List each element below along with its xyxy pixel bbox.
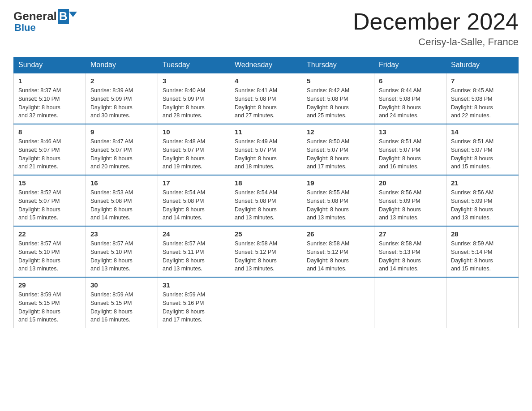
calendar-cell: 22 Sunrise: 8:57 AMSunset: 5:10 PMDaylig… <box>14 226 86 277</box>
day-info: Sunrise: 8:47 AMSunset: 5:07 PMDaylight:… <box>90 137 153 171</box>
calendar-cell: 1 Sunrise: 8:37 AMSunset: 5:10 PMDayligh… <box>14 73 86 124</box>
calendar-cell: 6 Sunrise: 8:44 AMSunset: 5:08 PMDayligh… <box>374 73 446 124</box>
title-section: December 2024 Cerisy-la-Salle, France <box>353 9 519 48</box>
col-wednesday: Wednesday <box>230 57 302 73</box>
day-info: Sunrise: 8:56 AMSunset: 5:09 PMDaylight:… <box>451 188 514 222</box>
calendar-cell: 14 Sunrise: 8:51 AMSunset: 5:07 PMDaylig… <box>446 124 519 175</box>
day-number: 8 <box>18 128 81 136</box>
day-info: Sunrise: 8:42 AMSunset: 5:08 PMDaylight:… <box>307 86 369 120</box>
day-number: 13 <box>379 128 442 136</box>
calendar-cell: 2 Sunrise: 8:39 AMSunset: 5:09 PMDayligh… <box>86 73 158 124</box>
day-info: Sunrise: 8:40 AMSunset: 5:09 PMDaylight:… <box>163 86 225 120</box>
calendar-cell: 25 Sunrise: 8:58 AMSunset: 5:12 PMDaylig… <box>230 226 302 277</box>
page-header: GeneralB Blue December 2024 Cerisy-la-Sa… <box>13 9 519 48</box>
day-info: Sunrise: 8:53 AMSunset: 5:08 PMDaylight:… <box>90 188 153 222</box>
calendar-cell: 21 Sunrise: 8:56 AMSunset: 5:09 PMDaylig… <box>446 175 519 226</box>
day-number: 19 <box>307 179 369 187</box>
day-info: Sunrise: 8:59 AMSunset: 5:15 PMDaylight:… <box>90 291 153 324</box>
day-number: 24 <box>163 230 225 238</box>
calendar-header-row: Sunday Monday Tuesday Wednesday Thursday… <box>14 57 519 73</box>
day-info: Sunrise: 8:54 AMSunset: 5:08 PMDaylight:… <box>163 188 225 222</box>
calendar-cell <box>446 277 519 328</box>
calendar-cell: 7 Sunrise: 8:45 AMSunset: 5:08 PMDayligh… <box>446 73 519 124</box>
calendar-cell: 23 Sunrise: 8:57 AMSunset: 5:10 PMDaylig… <box>86 226 158 277</box>
day-number: 4 <box>235 77 297 85</box>
day-info: Sunrise: 8:48 AMSunset: 5:07 PMDaylight:… <box>163 137 225 171</box>
logo-blue-box: B <box>58 9 77 24</box>
calendar-cell: 26 Sunrise: 8:58 AMSunset: 5:12 PMDaylig… <box>302 226 374 277</box>
day-number: 1 <box>18 77 81 85</box>
calendar-week-row: 22 Sunrise: 8:57 AMSunset: 5:10 PMDaylig… <box>14 226 519 277</box>
day-number: 9 <box>90 128 153 136</box>
logo-general-text: General <box>13 9 57 23</box>
calendar-cell: 17 Sunrise: 8:54 AMSunset: 5:08 PMDaylig… <box>158 175 230 226</box>
day-info: Sunrise: 8:54 AMSunset: 5:08 PMDaylight:… <box>235 188 297 222</box>
day-info: Sunrise: 8:59 AMSunset: 5:16 PMDaylight:… <box>163 291 225 324</box>
day-number: 10 <box>163 128 225 136</box>
calendar-cell: 9 Sunrise: 8:47 AMSunset: 5:07 PMDayligh… <box>86 124 158 175</box>
day-info: Sunrise: 8:44 AMSunset: 5:08 PMDaylight:… <box>379 86 442 120</box>
day-info: Sunrise: 8:52 AMSunset: 5:07 PMDaylight:… <box>18 188 81 222</box>
day-info: Sunrise: 8:46 AMSunset: 5:07 PMDaylight:… <box>18 137 81 171</box>
col-sunday: Sunday <box>14 57 86 73</box>
month-title: December 2024 <box>353 9 519 34</box>
day-info: Sunrise: 8:58 AMSunset: 5:12 PMDaylight:… <box>235 240 297 273</box>
day-number: 15 <box>18 179 81 187</box>
calendar-cell: 11 Sunrise: 8:49 AMSunset: 5:07 PMDaylig… <box>230 124 302 175</box>
day-number: 26 <box>307 230 369 238</box>
day-info: Sunrise: 8:51 AMSunset: 5:07 PMDaylight:… <box>379 137 442 171</box>
logo-subtitle: Blue <box>14 22 36 34</box>
day-info: Sunrise: 8:39 AMSunset: 5:09 PMDaylight:… <box>90 86 153 120</box>
day-number: 17 <box>163 179 225 187</box>
calendar-cell: 19 Sunrise: 8:55 AMSunset: 5:08 PMDaylig… <box>302 175 374 226</box>
calendar-cell: 8 Sunrise: 8:46 AMSunset: 5:07 PMDayligh… <box>14 124 86 175</box>
calendar-cell: 5 Sunrise: 8:42 AMSunset: 5:08 PMDayligh… <box>302 73 374 124</box>
calendar-cell <box>302 277 374 328</box>
day-number: 2 <box>90 77 153 85</box>
calendar-week-row: 8 Sunrise: 8:46 AMSunset: 5:07 PMDayligh… <box>14 124 519 175</box>
col-friday: Friday <box>374 57 446 73</box>
calendar-week-row: 29 Sunrise: 8:59 AMSunset: 5:15 PMDaylig… <box>14 277 519 328</box>
day-info: Sunrise: 8:51 AMSunset: 5:07 PMDaylight:… <box>451 137 514 171</box>
day-number: 23 <box>90 230 153 238</box>
calendar-cell: 16 Sunrise: 8:53 AMSunset: 5:08 PMDaylig… <box>86 175 158 226</box>
col-tuesday: Tuesday <box>158 57 230 73</box>
day-number: 27 <box>379 230 442 238</box>
day-info: Sunrise: 8:58 AMSunset: 5:13 PMDaylight:… <box>379 240 442 273</box>
day-info: Sunrise: 8:57 AMSunset: 5:10 PMDaylight:… <box>90 240 153 273</box>
calendar-cell <box>230 277 302 328</box>
calendar-cell: 18 Sunrise: 8:54 AMSunset: 5:08 PMDaylig… <box>230 175 302 226</box>
day-number: 22 <box>18 230 81 238</box>
calendar-cell: 15 Sunrise: 8:52 AMSunset: 5:07 PMDaylig… <box>14 175 86 226</box>
day-number: 14 <box>451 128 514 136</box>
calendar-cell: 4 Sunrise: 8:41 AMSunset: 5:08 PMDayligh… <box>230 73 302 124</box>
day-number: 18 <box>235 179 297 187</box>
day-number: 20 <box>379 179 442 187</box>
calendar-cell: 27 Sunrise: 8:58 AMSunset: 5:13 PMDaylig… <box>374 226 446 277</box>
calendar-week-row: 1 Sunrise: 8:37 AMSunset: 5:10 PMDayligh… <box>14 73 519 124</box>
calendar-week-row: 15 Sunrise: 8:52 AMSunset: 5:07 PMDaylig… <box>14 175 519 226</box>
col-saturday: Saturday <box>446 57 519 73</box>
day-number: 28 <box>451 230 514 238</box>
day-number: 16 <box>90 179 153 187</box>
calendar-cell: 3 Sunrise: 8:40 AMSunset: 5:09 PMDayligh… <box>158 73 230 124</box>
day-number: 25 <box>235 230 297 238</box>
day-info: Sunrise: 8:49 AMSunset: 5:07 PMDaylight:… <box>235 137 297 171</box>
day-info: Sunrise: 8:58 AMSunset: 5:12 PMDaylight:… <box>307 240 369 273</box>
day-info: Sunrise: 8:45 AMSunset: 5:08 PMDaylight:… <box>451 86 514 120</box>
day-info: Sunrise: 8:57 AMSunset: 5:11 PMDaylight:… <box>163 240 225 273</box>
day-info: Sunrise: 8:50 AMSunset: 5:07 PMDaylight:… <box>307 137 369 171</box>
day-info: Sunrise: 8:57 AMSunset: 5:10 PMDaylight:… <box>18 240 81 273</box>
calendar-cell: 28 Sunrise: 8:59 AMSunset: 5:14 PMDaylig… <box>446 226 519 277</box>
calendar-cell: 29 Sunrise: 8:59 AMSunset: 5:15 PMDaylig… <box>14 277 86 328</box>
day-number: 30 <box>90 281 153 289</box>
day-info: Sunrise: 8:37 AMSunset: 5:10 PMDaylight:… <box>18 86 81 120</box>
day-number: 11 <box>235 128 297 136</box>
day-number: 12 <box>307 128 369 136</box>
location: Cerisy-la-Salle, France <box>353 36 519 48</box>
logo: GeneralB Blue <box>13 9 77 34</box>
calendar-cell: 31 Sunrise: 8:59 AMSunset: 5:16 PMDaylig… <box>158 277 230 328</box>
day-info: Sunrise: 8:55 AMSunset: 5:08 PMDaylight:… <box>307 188 369 222</box>
day-info: Sunrise: 8:56 AMSunset: 5:09 PMDaylight:… <box>379 188 442 222</box>
day-number: 3 <box>163 77 225 85</box>
